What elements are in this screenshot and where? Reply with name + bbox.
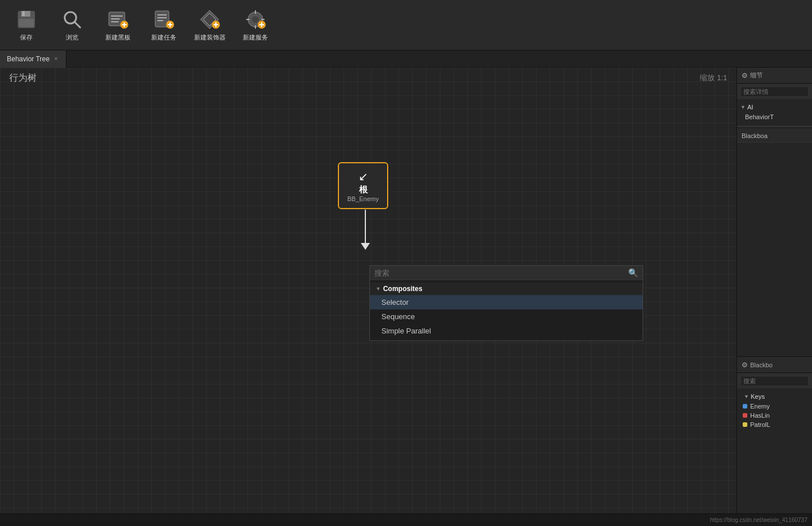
- category-arrow-icon: ▼: [376, 286, 381, 292]
- arrow-line: [365, 210, 366, 243]
- new-service-button[interactable]: 新建服务: [234, 2, 277, 48]
- key-patroll-item[interactable]: PatrolL: [740, 420, 809, 429]
- canvas-area[interactable]: 行为树 缩放 1:1 ↙ 根 BB_Enemy 🔍 ▼ Composites: [0, 68, 736, 526]
- context-menu: 🔍 ▼ Composites Selector Sequence Simple …: [369, 265, 643, 341]
- menu-category-composites[interactable]: ▼ Composites: [370, 282, 642, 295]
- root-node[interactable]: ↙ 根 BB_Enemy: [338, 162, 388, 209]
- svg-rect-2: [22, 11, 25, 16]
- blackboard-panel-title: Blackbo: [750, 362, 772, 368]
- canvas-header: 行为树 缩放 1:1: [0, 68, 736, 88]
- blackboard-search-input[interactable]: [740, 376, 809, 386]
- canvas-title: 行为树: [9, 72, 37, 84]
- key-enemy-item[interactable]: Enemy: [740, 402, 809, 411]
- tree-bt-label: BehaviorT: [745, 113, 774, 120]
- tab-label: Behavior Tree: [7, 55, 50, 63]
- arrow-head: [361, 243, 370, 250]
- toolbar: 保存 浏览 新建黑板: [0, 0, 812, 50]
- keys-arrow-icon: ▼: [744, 394, 749, 399]
- key-haslin-item[interactable]: HasLin: [740, 411, 809, 420]
- statusbar: https://blog.csdn.net/weixin_41160737: [0, 513, 812, 526]
- new-blackboard-label: 新建黑板: [105, 33, 131, 42]
- blackboard-divider-label: Blackboa: [737, 129, 812, 143]
- save-button[interactable]: 保存: [5, 2, 48, 48]
- browse-button[interactable]: 浏览: [50, 2, 94, 48]
- keys-category[interactable]: ▼ Keys: [740, 391, 809, 402]
- main-wrapper: 行为树 缩放 1:1 ↙ 根 BB_Enemy 🔍 ▼ Composites: [0, 68, 812, 526]
- new-blackboard-icon: [107, 8, 129, 31]
- svg-line-5: [74, 22, 80, 28]
- new-decorator-button[interactable]: 新建装饰器: [188, 2, 231, 48]
- detail-search-area: [737, 84, 812, 100]
- tree-ai-label: AI: [747, 104, 753, 111]
- status-url: https://blog.csdn.net/weixin_41160737: [710, 517, 807, 523]
- menu-item-simple-parallel[interactable]: Simple Parallel: [370, 324, 642, 338]
- detail-panel-title: 细节: [750, 71, 763, 80]
- tree-ai-category[interactable]: ▼ AI: [737, 102, 812, 112]
- tab-close-button[interactable]: ×: [53, 54, 59, 63]
- svg-point-26: [252, 16, 259, 23]
- tree-arrow-icon: ▼: [740, 104, 746, 110]
- key-patroll-dot: [743, 422, 747, 427]
- new-decorator-icon: [198, 8, 221, 31]
- root-node-subtitle: BB_Enemy: [347, 195, 379, 202]
- context-search-bar: 🔍: [370, 266, 642, 280]
- right-panel: ⚙ 细节 ▼ AI BehaviorT Blackboa: [736, 68, 812, 526]
- new-task-icon: [152, 8, 175, 31]
- context-search-input[interactable]: [375, 269, 628, 277]
- blackboard-header-icon: ⚙: [742, 361, 748, 369]
- blackboard-panel: ⚙ Blackbo ▼ Keys Enemy HasLin: [737, 357, 812, 526]
- keys-label: Keys: [751, 393, 764, 400]
- key-patroll-label: PatrolL: [750, 421, 770, 428]
- menu-item-selector[interactable]: Selector: [370, 295, 642, 309]
- new-task-button[interactable]: 新建任务: [142, 2, 186, 48]
- panel-separator: [737, 126, 812, 127]
- tree-bt-item[interactable]: BehaviorT: [737, 112, 812, 121]
- detail-header-icon: ⚙: [742, 72, 748, 80]
- category-composites-label: Composites: [383, 285, 423, 293]
- detail-tree: ▼ AI BehaviorT: [737, 100, 812, 124]
- new-task-label: 新建任务: [151, 33, 176, 42]
- new-service-icon: [244, 8, 267, 31]
- arrow-connector: [360, 210, 371, 250]
- detail-panel-header: ⚙ 细节: [737, 68, 812, 84]
- browse-label: 浏览: [66, 33, 78, 42]
- blackboard-search-area: [737, 373, 812, 389]
- svg-rect-3: [19, 19, 34, 27]
- key-haslin-dot: [743, 413, 747, 418]
- key-enemy-dot: [743, 404, 747, 409]
- key-haslin-label: HasLin: [750, 412, 770, 419]
- new-blackboard-button[interactable]: 新建黑板: [96, 2, 140, 48]
- detail-search-input[interactable]: [740, 87, 809, 97]
- root-node-title: 根: [359, 185, 368, 195]
- menu-item-sequence[interactable]: Sequence: [370, 309, 642, 324]
- tabbar: Behavior Tree ×: [0, 50, 812, 68]
- behavior-tree-tab[interactable]: Behavior Tree ×: [0, 50, 66, 68]
- key-enemy-label: Enemy: [750, 403, 770, 410]
- browse-icon: [61, 8, 84, 31]
- blackboard-panel-header: ⚙ Blackbo: [737, 357, 812, 373]
- canvas-zoom: 缩放 1:1: [700, 73, 727, 83]
- detail-panel: ⚙ 细节 ▼ AI BehaviorT Blackboa: [737, 68, 812, 357]
- new-service-label: 新建服务: [243, 33, 268, 42]
- save-icon: [15, 8, 38, 31]
- context-search-icon[interactable]: 🔍: [628, 268, 638, 277]
- save-label: 保存: [20, 33, 33, 42]
- new-decorator-label: 新建装饰器: [194, 33, 226, 42]
- menu-composites-section: ▼ Composites Selector Sequence Simple Pa…: [370, 280, 642, 340]
- blackboard-ref-label: Blackboa: [742, 132, 767, 139]
- blackboard-keys-section: ▼ Keys Enemy HasLin PatrolL: [737, 389, 812, 431]
- root-node-icon: ↙: [358, 170, 368, 183]
